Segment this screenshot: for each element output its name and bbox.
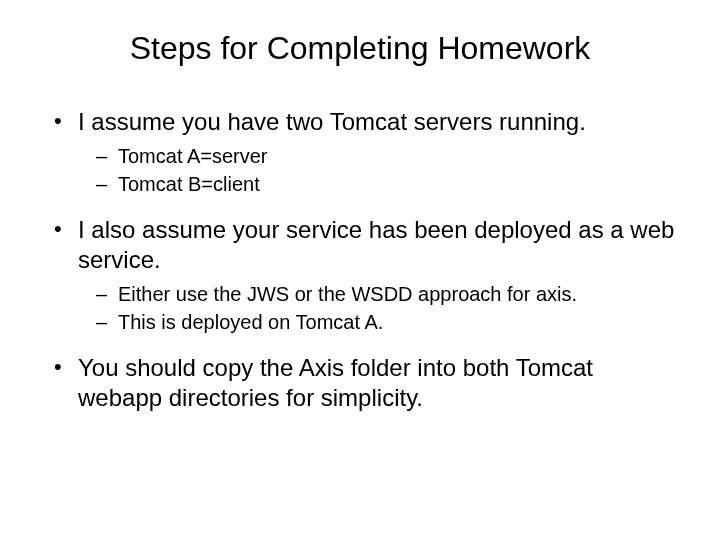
bullet-text: You should copy the Axis folder into bot… xyxy=(78,354,593,411)
slide-title: Steps for Completing Homework xyxy=(40,30,680,67)
bullet-list: I assume you have two Tomcat servers run… xyxy=(50,107,680,413)
bullet-item: I assume you have two Tomcat servers run… xyxy=(50,107,680,197)
sub-bullet-list: Either use the JWS or the WSDD approach … xyxy=(96,281,680,335)
bullet-text: I also assume your service has been depl… xyxy=(78,216,674,273)
bullet-text: I assume you have two Tomcat servers run… xyxy=(78,108,586,135)
sub-bullet-item: Either use the JWS or the WSDD approach … xyxy=(96,281,680,307)
sub-bullet-item: Tomcat B=client xyxy=(96,171,680,197)
sub-bullet-item: Tomcat A=server xyxy=(96,143,680,169)
sub-bullet-list: Tomcat A=server Tomcat B=client xyxy=(96,143,680,197)
slide: Steps for Completing Homework I assume y… xyxy=(0,0,720,540)
sub-bullet-item: This is deployed on Tomcat A. xyxy=(96,309,680,335)
bullet-item: You should copy the Axis folder into bot… xyxy=(50,353,680,413)
bullet-item: I also assume your service has been depl… xyxy=(50,215,680,335)
